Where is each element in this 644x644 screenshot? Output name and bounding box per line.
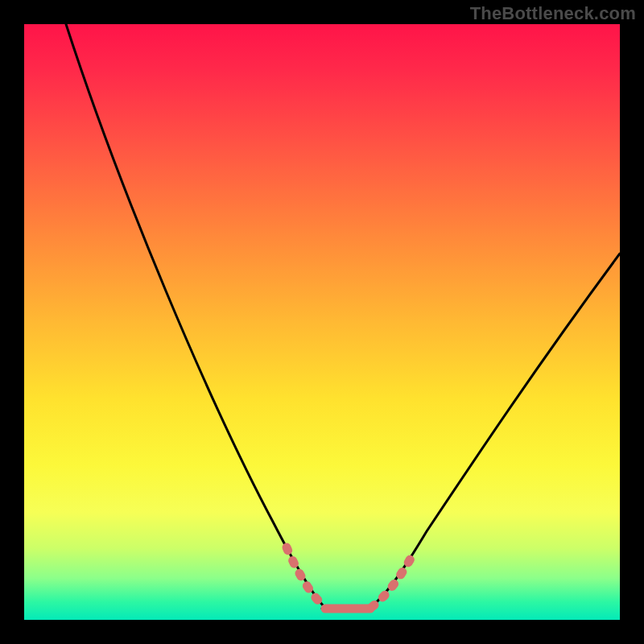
curve-right-arm <box>369 254 620 609</box>
plot-area <box>24 24 620 620</box>
marker-dots-left <box>287 547 325 607</box>
curve-left-arm <box>66 24 330 609</box>
watermark-text: TheBottleneck.com <box>470 3 636 24</box>
curve-layer <box>24 24 620 620</box>
chart-frame: TheBottleneck.com <box>0 0 644 644</box>
